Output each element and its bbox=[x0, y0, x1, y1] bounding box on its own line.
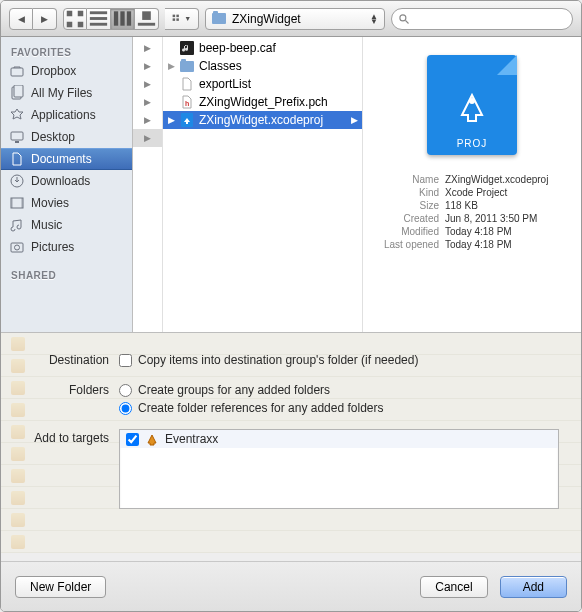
sidebar-item-documents[interactable]: Documents bbox=[1, 148, 132, 170]
create-groups-radio-input[interactable] bbox=[119, 384, 132, 397]
folder-icon bbox=[179, 58, 195, 74]
applications-icon bbox=[9, 107, 25, 123]
svg-rect-18 bbox=[11, 68, 23, 76]
sidebar-item-label: Dropbox bbox=[31, 64, 76, 78]
file-name: beep-beep.caf bbox=[199, 41, 358, 55]
path-popup-label: ZXingWidget bbox=[232, 12, 364, 26]
column-row-selected[interactable]: ▶ bbox=[133, 129, 162, 147]
target-row[interactable]: Eventraxx bbox=[120, 430, 558, 448]
radio-label: Create groups for any added folders bbox=[138, 383, 330, 397]
sidebar-item-label: Downloads bbox=[31, 174, 90, 188]
options-panel: Destination Copy items into destination … bbox=[1, 333, 581, 561]
sidebar-item-music[interactable]: Music bbox=[1, 214, 132, 236]
target-name: Eventraxx bbox=[165, 432, 218, 446]
create-folder-refs-radio-input[interactable] bbox=[119, 402, 132, 415]
nav-forward-button[interactable]: ▶ bbox=[33, 8, 57, 30]
sidebar-item-label: Movies bbox=[31, 196, 69, 210]
arrange-button[interactable]: ▼ bbox=[165, 8, 199, 30]
meta-key: Name bbox=[373, 174, 439, 185]
add-button[interactable]: Add bbox=[500, 576, 567, 598]
meta-key: Size bbox=[373, 200, 439, 211]
sidebar-item-label: Desktop bbox=[31, 130, 75, 144]
view-icon-button[interactable] bbox=[63, 8, 87, 30]
svg-rect-7 bbox=[114, 11, 118, 25]
sidebar-item-label: Music bbox=[31, 218, 62, 232]
svg-rect-8 bbox=[120, 11, 124, 25]
targets-list[interactable]: Eventraxx bbox=[119, 429, 559, 509]
file-row[interactable]: beep-beep.caf bbox=[163, 39, 362, 57]
sidebar-item-label: Documents bbox=[31, 152, 92, 166]
nav-back-button[interactable]: ◀ bbox=[9, 8, 33, 30]
create-groups-radio[interactable]: Create groups for any added folders bbox=[119, 381, 559, 399]
svg-rect-9 bbox=[127, 11, 131, 25]
sidebar-item-all-my-files[interactable]: All My Files bbox=[1, 82, 132, 104]
sidebar-item-label: Pictures bbox=[31, 240, 74, 254]
sidebar-item-movies[interactable]: Movies bbox=[1, 192, 132, 214]
svg-point-16 bbox=[400, 14, 406, 20]
copy-items-checkbox-input[interactable] bbox=[119, 354, 132, 367]
svg-rect-26 bbox=[21, 198, 23, 208]
new-folder-button[interactable]: New Folder bbox=[15, 576, 106, 598]
footer: New Folder Cancel Add bbox=[1, 561, 581, 611]
meta-val: ZXingWidget.xcodeproj bbox=[445, 174, 571, 185]
file-row[interactable]: hZXingWidget_Prefix.pch bbox=[163, 93, 362, 111]
sidebar-item-desktop[interactable]: Desktop bbox=[1, 126, 132, 148]
path-popup[interactable]: ZXingWidget ▲▼ bbox=[205, 8, 385, 30]
xcodeproj-preview-icon: PROJ bbox=[427, 55, 517, 155]
sidebar-item-label: Applications bbox=[31, 108, 96, 122]
target-checkbox[interactable] bbox=[126, 433, 139, 446]
sidebar: FAVORITES Dropbox All My Files Applicati… bbox=[1, 37, 133, 332]
copy-items-checkbox[interactable]: Copy items into destination group's fold… bbox=[119, 351, 559, 369]
svg-rect-22 bbox=[15, 141, 19, 143]
column-row[interactable]: ▶ bbox=[133, 57, 162, 75]
svg-rect-20 bbox=[14, 85, 23, 97]
meta-val: Jun 8, 2011 3:50 PM bbox=[445, 213, 571, 224]
view-coverflow-button[interactable] bbox=[135, 8, 159, 30]
radio-label: Create folder references for any added f… bbox=[138, 401, 383, 415]
sidebar-item-applications[interactable]: Applications bbox=[1, 104, 132, 126]
file-name: ZXingWidget.xcodeproj bbox=[199, 113, 346, 127]
checkbox-label: Copy items into destination group's fold… bbox=[138, 353, 418, 367]
header-file-icon: h bbox=[179, 94, 195, 110]
svg-rect-15 bbox=[176, 18, 179, 21]
all-files-icon bbox=[9, 85, 25, 101]
sidebar-item-dropbox[interactable]: Dropbox bbox=[1, 60, 132, 82]
cancel-button[interactable]: Cancel bbox=[420, 576, 487, 598]
column-row[interactable]: ▶ bbox=[133, 93, 162, 111]
dropbox-icon bbox=[9, 63, 25, 79]
svg-rect-5 bbox=[90, 17, 107, 20]
sidebar-item-label: All My Files bbox=[31, 86, 92, 100]
music-icon bbox=[9, 217, 25, 233]
arrange-segmented: ▼ bbox=[165, 8, 199, 30]
view-column-button[interactable] bbox=[111, 8, 135, 30]
search-icon bbox=[398, 13, 410, 25]
svg-rect-25 bbox=[11, 198, 13, 208]
meta-val: Xcode Project bbox=[445, 187, 571, 198]
column-parent[interactable]: ▶ ▶ ▶ ▶ ▶ ▶ bbox=[133, 37, 163, 332]
search-input[interactable] bbox=[414, 13, 566, 25]
column-row[interactable]: ▶ bbox=[133, 111, 162, 129]
downloads-icon bbox=[9, 173, 25, 189]
file-row[interactable]: exportList bbox=[163, 75, 362, 93]
file-row[interactable]: ▶Classes bbox=[163, 57, 362, 75]
svg-rect-3 bbox=[78, 21, 84, 27]
pictures-icon bbox=[9, 239, 25, 255]
meta-val: Today 4:18 PM bbox=[445, 239, 571, 250]
open-panel: ◀ ▶ ▼ ZXingWidget ▲▼ FAVORITES bbox=[0, 0, 582, 612]
svg-rect-2 bbox=[67, 21, 73, 27]
meta-val: Today 4:18 PM bbox=[445, 226, 571, 237]
option-targets-row: Add to targets Eventraxx bbox=[23, 429, 559, 509]
svg-rect-13 bbox=[176, 14, 179, 17]
preview-metadata: NameZXingWidget.xcodeproj KindXcode Proj… bbox=[373, 173, 571, 251]
meta-key: Last opened bbox=[373, 239, 439, 250]
column-row[interactable]: ▶ bbox=[133, 39, 162, 57]
column-row[interactable]: ▶ bbox=[133, 75, 162, 93]
view-list-button[interactable] bbox=[87, 8, 111, 30]
sidebar-item-downloads[interactable]: Downloads bbox=[1, 170, 132, 192]
documents-icon bbox=[9, 151, 25, 167]
file-row-selected[interactable]: ▶ZXingWidget.xcodeproj▶ bbox=[163, 111, 362, 129]
movies-icon bbox=[9, 195, 25, 211]
create-folder-refs-radio[interactable]: Create folder references for any added f… bbox=[119, 399, 559, 417]
file-browser: FAVORITES Dropbox All My Files Applicati… bbox=[1, 37, 581, 333]
sidebar-item-pictures[interactable]: Pictures bbox=[1, 236, 132, 258]
